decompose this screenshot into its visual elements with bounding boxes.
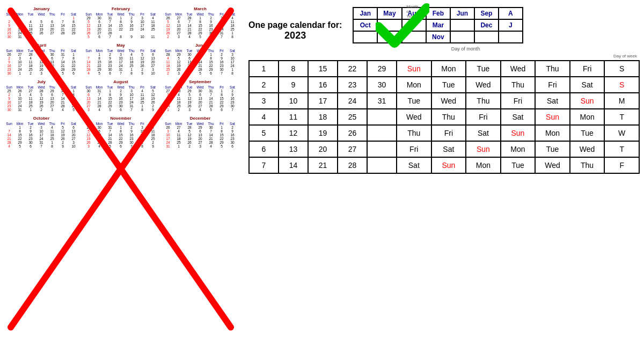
- day-of-week-label: Day of week: [397, 52, 639, 61]
- month-apr: April: [4, 43, 79, 48]
- day-of-month-label: Day of month: [291, 46, 640, 52]
- calendar-title: One page calendar for: 2023: [248, 4, 342, 41]
- title-text: One page calendar for:: [248, 20, 342, 30]
- month-j-header: J: [499, 19, 523, 31]
- month-jul: July: [4, 79, 79, 84]
- table-row: 2 9 16 23 30 Mon Tue Wed Thu Fri Sat S: [249, 77, 639, 93]
- month-jan-header: Jan: [353, 8, 377, 19]
- month-feb: February: [83, 6, 158, 11]
- table-row: 6 13 20 27 Fri Sat Sun Mon Tue Wed T: [249, 141, 639, 157]
- month-dec: December: [163, 116, 238, 121]
- month-oct-header: Oct: [353, 19, 377, 31]
- right-one-page-calendar: One page calendar for: 2023 MonthofYear …: [244, 0, 644, 338]
- main-calendar-table: Day of week 1 8 15 22 29 Sun Mon Tue Wed…: [248, 52, 640, 174]
- month-aug: August: [83, 79, 158, 84]
- table-row: 4 11 18 25 Wed Thu Fri Sat Sun Mon T: [249, 109, 639, 125]
- month-feb-header: Feb: [426, 8, 450, 19]
- mini-months-grid: January SunMonTueWedThuFriSat 1 2345678 …: [3, 5, 239, 149]
- month-may: May: [83, 43, 158, 48]
- table-row: 1 8 15 22 29 Sun Mon Tue Wed Thu Fri S: [249, 61, 639, 77]
- month-mar: March: [163, 6, 238, 11]
- month-sep-header: Sep: [474, 8, 499, 19]
- month-nov-header: Nov: [426, 31, 450, 43]
- month-jan: January: [4, 6, 79, 11]
- month-nov: November: [83, 116, 158, 121]
- table-row: 3 10 17 24 31 Tue Wed Thu Fri Sat Sun M: [249, 93, 639, 109]
- checkmark-icon: [376, 3, 429, 48]
- month-jun-header: Jun: [450, 8, 474, 19]
- month-sep: September: [163, 79, 238, 84]
- year-text: 2023: [248, 30, 342, 41]
- table-row: 5 12 19 26 Thu Fri Sat Sun Mon Tue W: [249, 125, 639, 141]
- table-row: 7 14 21 28 Sat Sun Mon Tue Wed Thu F: [249, 157, 639, 173]
- month-oct: October: [4, 116, 79, 121]
- month-apr-header: A: [499, 8, 523, 19]
- left-yearly-calendar: January SunMonTueWedThuFriSat 1 2345678 …: [0, 0, 241, 338]
- month-jun: June: [163, 43, 238, 48]
- month-mar-header: Mar: [426, 19, 450, 31]
- month-dec-header: Dec: [474, 19, 499, 31]
